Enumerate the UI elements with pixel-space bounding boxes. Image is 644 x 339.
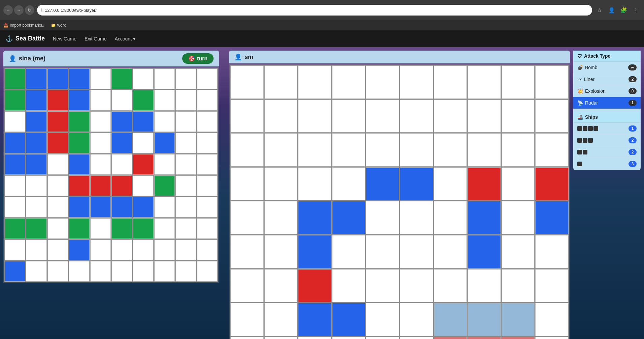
right-cell-1-8[interactable] (502, 100, 535, 133)
right-cell-1-5[interactable] (400, 100, 433, 133)
address-bar[interactable]: ℹ 127.0.0.1:8000/two-player/ (37, 5, 592, 16)
right-cell-7-5[interactable] (400, 303, 433, 336)
right-cell-3-7[interactable] (468, 167, 501, 201)
right-cell-8-9[interactable] (535, 337, 569, 339)
right-cell-7-4[interactable] (366, 303, 399, 336)
right-cell-3-9[interactable] (535, 167, 569, 201)
menu-button[interactable]: ⋮ (631, 5, 641, 15)
right-cell-5-7[interactable] (468, 235, 501, 269)
right-cell-8-5[interactable] (400, 337, 433, 339)
refresh-button[interactable]: ↻ (25, 5, 34, 15)
right-cell-3-0[interactable] (230, 167, 264, 201)
right-cell-5-8[interactable] (502, 235, 535, 269)
right-cell-5-6[interactable] (434, 235, 467, 269)
right-cell-6-6[interactable] (434, 269, 467, 303)
right-cell-0-2[interactable] (298, 65, 331, 99)
right-cell-2-9[interactable] (535, 133, 569, 167)
right-cell-8-0[interactable] (230, 337, 264, 339)
right-cell-3-3[interactable] (332, 167, 365, 201)
right-cell-4-2[interactable] (298, 201, 331, 234)
right-cell-2-5[interactable] (400, 133, 433, 167)
right-cell-4-3[interactable] (332, 201, 365, 234)
exit-game-button[interactable]: Exit Game (85, 36, 106, 41)
right-cell-6-7[interactable] (468, 269, 501, 303)
right-cell-6-5[interactable] (400, 269, 433, 303)
right-cell-2-1[interactable] (264, 133, 298, 167)
right-cell-6-8[interactable] (502, 269, 535, 303)
right-cell-1-3[interactable] (332, 100, 365, 133)
right-cell-8-1[interactable] (264, 337, 298, 339)
attack-bomb[interactable]: 💣 Bomb ∞ (573, 62, 641, 74)
right-cell-0-4[interactable] (366, 65, 399, 99)
right-cell-4-7[interactable] (468, 201, 501, 234)
right-cell-6-4[interactable] (366, 269, 399, 303)
right-cell-0-1[interactable] (264, 65, 298, 99)
forward-button[interactable]: → (14, 5, 24, 15)
right-cell-8-3[interactable] (332, 337, 365, 339)
attack-explosion[interactable]: 💥 Explosion 0 (573, 85, 641, 97)
right-cell-0-0[interactable] (230, 65, 264, 99)
right-cell-3-8[interactable] (502, 167, 535, 201)
back-button[interactable]: ← (3, 5, 13, 15)
right-cell-6-0[interactable] (230, 269, 264, 303)
right-cell-6-3[interactable] (332, 269, 365, 303)
right-cell-4-1[interactable] (264, 201, 298, 234)
right-cell-5-3[interactable] (332, 235, 365, 269)
right-cell-2-2[interactable] (298, 133, 331, 167)
right-cell-1-4[interactable] (366, 100, 399, 133)
right-cell-5-9[interactable] (535, 235, 569, 269)
right-cell-6-9[interactable] (535, 269, 569, 303)
right-cell-0-8[interactable] (502, 65, 535, 99)
right-cell-0-9[interactable] (535, 65, 569, 99)
bookmark-star-button[interactable]: ☆ (595, 5, 604, 15)
right-cell-4-0[interactable] (230, 201, 264, 234)
right-cell-0-3[interactable] (332, 65, 365, 99)
right-cell-7-6[interactable] (434, 303, 467, 336)
new-game-button[interactable]: New Game (53, 36, 76, 41)
right-cell-0-6[interactable] (434, 65, 467, 99)
right-cell-0-7[interactable] (468, 65, 501, 99)
right-cell-8-6[interactable] (434, 337, 467, 339)
right-cell-7-8[interactable] (502, 303, 535, 336)
bookmark-import[interactable]: 📥 Import bookmarks... (3, 23, 45, 28)
right-cell-1-0[interactable] (230, 100, 264, 133)
right-cell-1-6[interactable] (434, 100, 467, 133)
right-cell-2-4[interactable] (366, 133, 399, 167)
right-cell-2-3[interactable] (332, 133, 365, 167)
right-cell-3-2[interactable] (298, 167, 331, 201)
bookmark-work[interactable]: 📁 work (51, 23, 66, 28)
right-cell-0-5[interactable] (400, 65, 433, 99)
attack-radar[interactable]: 📡 Radar 1 (573, 97, 641, 109)
account-dropdown[interactable]: Account ▾ (115, 36, 135, 41)
extensions-button[interactable]: 🧩 (619, 5, 629, 15)
right-cell-8-8[interactable] (502, 337, 535, 339)
right-cell-5-4[interactable] (366, 235, 399, 269)
right-cell-2-7[interactable] (468, 133, 501, 167)
right-cell-8-2[interactable] (298, 337, 331, 339)
right-cell-7-3[interactable] (332, 303, 365, 336)
right-cell-3-1[interactable] (264, 167, 298, 201)
right-cell-7-0[interactable] (230, 303, 264, 336)
right-cell-8-7[interactable] (468, 337, 501, 339)
right-cell-3-4[interactable] (366, 167, 399, 201)
right-cell-3-5[interactable] (400, 167, 433, 201)
right-cell-3-6[interactable] (434, 167, 467, 201)
right-cell-4-9[interactable] (535, 201, 569, 234)
right-cell-6-2[interactable] (298, 269, 331, 303)
right-cell-2-8[interactable] (502, 133, 535, 167)
right-cell-5-0[interactable] (230, 235, 264, 269)
turn-badge[interactable]: 🎯 turn (182, 53, 214, 64)
right-cell-4-4[interactable] (366, 201, 399, 234)
right-cell-4-8[interactable] (502, 201, 535, 234)
right-cell-1-2[interactable] (298, 100, 331, 133)
right-cell-4-6[interactable] (434, 201, 467, 234)
right-cell-5-1[interactable] (264, 235, 298, 269)
right-cell-1-1[interactable] (264, 100, 298, 133)
attack-liner[interactable]: 〰 Liner 2 (573, 74, 641, 85)
right-cell-2-0[interactable] (230, 133, 264, 167)
right-cell-4-5[interactable] (400, 201, 433, 234)
right-cell-7-1[interactable] (264, 303, 298, 336)
right-cell-1-9[interactable] (535, 100, 569, 133)
right-cell-7-2[interactable] (298, 303, 331, 336)
right-cell-5-5[interactable] (400, 235, 433, 269)
